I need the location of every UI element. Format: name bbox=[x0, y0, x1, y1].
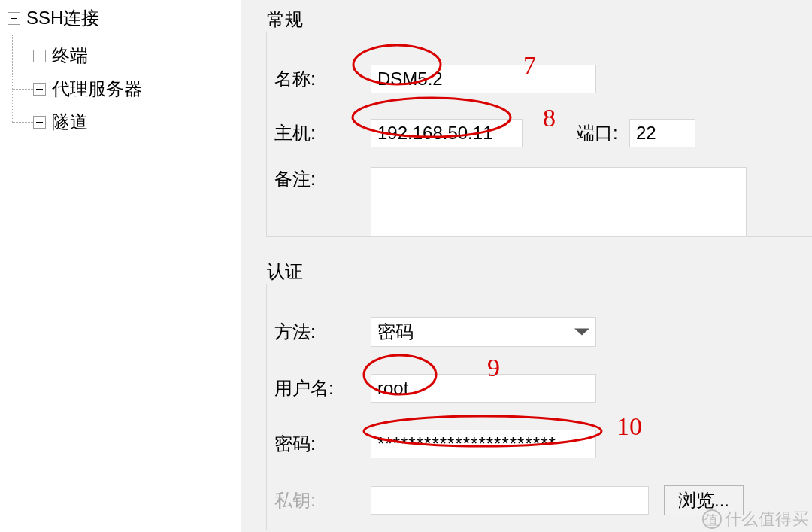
group-general: 常规 名称: 主机: 端口: 备注: bbox=[266, 8, 812, 237]
label-name: 名称: bbox=[274, 67, 371, 91]
name-input[interactable] bbox=[371, 65, 596, 93]
tree-item-tunnel[interactable]: 隧道 bbox=[12, 105, 241, 138]
tree-label: 代理服务器 bbox=[52, 77, 142, 101]
label-host: 主机: bbox=[274, 121, 371, 145]
tree-label: SSH连接 bbox=[26, 6, 99, 30]
port-input[interactable] bbox=[629, 119, 695, 147]
note-input[interactable] bbox=[371, 167, 747, 236]
key-input bbox=[371, 486, 649, 515]
label-user: 用户名: bbox=[274, 376, 371, 400]
tree-label: 终端 bbox=[52, 44, 88, 68]
annotation-label-10: 10 bbox=[617, 412, 642, 441]
category-tree: SSH连接 终端 代理服务器 隧道 bbox=[0, 0, 241, 532]
tree-item-proxy[interactable]: 代理服务器 bbox=[12, 72, 241, 105]
chevron-down-icon bbox=[574, 329, 589, 336]
annotation-label-9: 9 bbox=[487, 354, 500, 382]
group-title-general: 常规 bbox=[265, 8, 309, 32]
collapse-icon[interactable] bbox=[33, 50, 46, 62]
annotation-label-8: 8 bbox=[543, 104, 556, 132]
label-pass: 密码: bbox=[274, 432, 371, 456]
user-input[interactable] bbox=[371, 374, 596, 403]
label-key: 私钥: bbox=[274, 488, 371, 512]
collapse-icon[interactable] bbox=[33, 83, 46, 96]
annotation-label-7: 7 bbox=[523, 51, 536, 80]
label-note: 备注: bbox=[274, 167, 371, 191]
label-method: 方法: bbox=[274, 320, 371, 344]
method-select[interactable]: 密码 bbox=[371, 317, 596, 347]
watermark: 值什么值得买 bbox=[702, 508, 810, 530]
label-port: 端口: bbox=[577, 121, 629, 145]
tree-item-terminal[interactable]: 终端 bbox=[12, 39, 241, 72]
collapse-icon[interactable] bbox=[8, 12, 20, 25]
collapse-icon[interactable] bbox=[33, 116, 46, 129]
host-input[interactable] bbox=[371, 119, 523, 147]
tree-item-ssh[interactable]: SSH连接 bbox=[0, 2, 241, 35]
group-auth: 认证 方法: 密码 用户名: 密码: 私钥: 浏览... bbox=[266, 260, 812, 530]
pass-input[interactable] bbox=[371, 430, 596, 458]
group-title-auth: 认证 bbox=[265, 260, 309, 284]
form-panel: 常规 名称: 主机: 端口: 备注: 认证 方法: 密码 用户名: bbox=[241, 0, 812, 532]
method-value: 密码 bbox=[377, 320, 414, 344]
tree-label: 隧道 bbox=[52, 110, 88, 134]
